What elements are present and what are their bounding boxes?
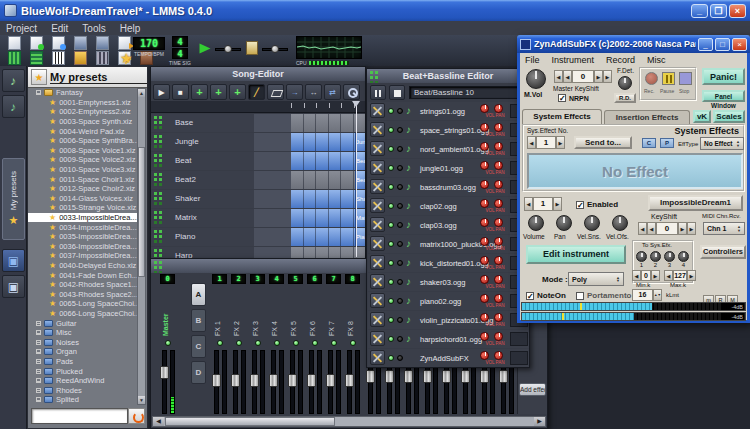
controllers-button[interactable]: Controllers: [700, 245, 746, 259]
song-editor-toolbar-icon[interactable]: [286, 84, 303, 100]
pan-knob[interactable]: [494, 142, 503, 151]
track-grip-icon[interactable]: [154, 249, 157, 252]
preset-item[interactable]: 0043-Rhodes Space2...: [28, 289, 138, 299]
scales-button[interactable]: Scales: [713, 110, 745, 123]
song-track-row[interactable]: Piano Pia: [151, 228, 365, 246]
main-titlebar[interactable]: BlueWolf-DreamTravel* - LMMS 0.4.0 _ ❐ ×: [0, 0, 750, 21]
zyn-menu-item[interactable]: Instrument: [552, 55, 595, 65]
search-input[interactable]: [31, 408, 128, 424]
fx-fader-handle[interactable]: [385, 370, 394, 383]
fx-channel[interactable]: 8 FX 8: [344, 274, 363, 419]
track-grip-icon[interactable]: [154, 173, 157, 176]
increment-icon[interactable]: ▶: [556, 136, 565, 149]
preset-item[interactable]: 0012-Space Choir2.xiz: [28, 184, 138, 194]
track-grip-icon[interactable]: [154, 211, 157, 214]
channel-led[interactable]: [236, 340, 242, 346]
track-ops-icon[interactable]: [370, 331, 385, 346]
preset-item[interactable]: 0034-ImpossibleDrea...: [28, 222, 138, 232]
track-name[interactable]: Matrix: [175, 213, 197, 222]
bb-track-row[interactable]: ZynAddSubFX VOL PAN: [368, 349, 529, 367]
record-button[interactable]: [645, 72, 658, 85]
preset-item[interactable]: 0002-Emptyness2.xiz: [28, 107, 138, 117]
track-cell[interactable]: [254, 114, 291, 132]
preset-item[interactable]: 0011-Space Choir1.xiz: [28, 174, 138, 184]
toolbar-icon[interactable]: [26, 36, 46, 50]
bb-track-row[interactable]: strings01.ogg VOL PAN: [368, 102, 529, 120]
track-ops-icon[interactable]: [370, 350, 385, 365]
scroll-right-icon[interactable]: ▶: [534, 417, 545, 426]
bb-track-row[interactable]: kick_distorted01.ogg VOL PAN: [368, 254, 529, 272]
track-knob[interactable]: [397, 165, 403, 171]
preset-item[interactable]: 0014-Glass Voices.xiz: [28, 194, 138, 204]
tab-system-effects[interactable]: System Effects: [522, 109, 602, 124]
volume-knob[interactable]: [480, 256, 489, 265]
preset-item[interactable]: Organ: [28, 347, 138, 357]
song-editor-toolbar-icon[interactable]: [229, 84, 246, 100]
volume-knob[interactable]: [480, 104, 489, 113]
volume-knob[interactable]: [480, 199, 489, 208]
toolbar-icon[interactable]: [26, 51, 46, 65]
sys-effect-counter[interactable]: ◀1▶: [527, 136, 565, 149]
increment-icon[interactable]: ▶: [594, 70, 603, 83]
track-mute-led[interactable]: [388, 165, 394, 171]
fx-fader-handle[interactable]: [442, 370, 451, 383]
preset-item[interactable]: 0036-ImpossibleDrea...: [28, 242, 138, 252]
track-ops-icon[interactable]: [370, 255, 385, 270]
song-track-row[interactable]: Base: [151, 114, 365, 132]
pan-knob[interactable]: [494, 199, 503, 208]
part-counter[interactable]: ◀1▶: [524, 197, 562, 211]
preset-item[interactable]: 0015-Strange Voice.xiz: [28, 203, 138, 213]
track-knob[interactable]: [397, 127, 403, 133]
track-mute-led[interactable]: [388, 203, 394, 209]
preset-item[interactable]: 0040-Delayed Echo.xiz: [28, 261, 138, 271]
sidebar-tab-my-presets[interactable]: My presets ★: [2, 158, 25, 240]
fx-group-button[interactable]: A: [191, 283, 206, 306]
zyn-menu-item[interactable]: Record: [606, 55, 635, 65]
panel-window-button[interactable]: Panel Window: [702, 90, 745, 102]
volume-knob[interactable]: [480, 237, 489, 246]
presets-scroll-thumb[interactable]: [138, 147, 145, 277]
track-mute-led[interactable]: [388, 222, 394, 228]
bb-editor-titlebar[interactable]: Beat+Bassline Editor: [367, 69, 529, 83]
track-mute-led[interactable]: [388, 184, 394, 190]
toolbar-icon[interactable]: [48, 36, 68, 50]
fx-group-button[interactable]: B: [191, 309, 206, 332]
increment-icon[interactable]: ▶: [651, 270, 660, 281]
preset-item[interactable]: Noises: [28, 337, 138, 347]
song-editor-toolbar-icon[interactable]: [248, 84, 265, 100]
fx-fader-handle[interactable]: [423, 370, 432, 383]
part-volume-knob[interactable]: [528, 215, 544, 231]
song-editor-toolbar-icon[interactable]: [172, 84, 189, 100]
expand-toggle-icon[interactable]: [36, 388, 41, 393]
track-ops-icon[interactable]: [370, 141, 385, 156]
track-name[interactable]: Shaker: [175, 194, 200, 203]
master-pitch-knob[interactable]: [271, 45, 279, 53]
key-limit-counter[interactable]: 16▲▼: [632, 289, 662, 301]
track-grip-icon[interactable]: [154, 192, 157, 195]
track-mute-led[interactable]: [388, 241, 394, 247]
add-effect-button[interactable]: Add effect: [519, 383, 546, 396]
preset-item[interactable]: Rhodes: [28, 385, 138, 395]
instrument-name[interactable]: clap02.ogg: [420, 202, 457, 211]
track-pattern-area[interactable]: [291, 114, 365, 132]
menu-item[interactable]: Edit: [51, 23, 68, 34]
expand-toggle-icon[interactable]: [36, 378, 41, 383]
sidebar-tab-icon[interactable]: ♪: [2, 95, 25, 118]
preset-item[interactable]: 0041-Fade Down Ech...: [28, 270, 138, 280]
master-keyshift-counter[interactable]: ◀◀0▶▶: [554, 70, 612, 83]
fx-fader-handle[interactable]: [212, 374, 221, 387]
track-knob[interactable]: [397, 146, 403, 152]
timesig-denominator[interactable]: 4: [172, 48, 188, 59]
preset-item[interactable]: 0004-Weird Pad.xiz: [28, 126, 138, 136]
volume-knob[interactable]: [480, 351, 489, 360]
channel-led[interactable]: [331, 340, 337, 346]
fx-fader-handle[interactable]: [461, 370, 470, 383]
fx-mixer-scrollbar[interactable]: ◀ ▶: [152, 416, 546, 427]
song-editor-toolbar-icon[interactable]: [343, 84, 360, 100]
preset-item[interactable]: 0065-Long SpaceChoi...: [28, 299, 138, 309]
song-track-row[interactable]: Beat Bea: [151, 152, 365, 170]
bb-track-row[interactable]: bassdrum03.ogg VOL PAN: [368, 178, 529, 196]
fx-fader-handle[interactable]: [160, 366, 169, 379]
tab-insertion-effects[interactable]: Insertion Effects: [604, 110, 690, 125]
nrpn-checkbox[interactable]: NRPN: [558, 94, 589, 102]
